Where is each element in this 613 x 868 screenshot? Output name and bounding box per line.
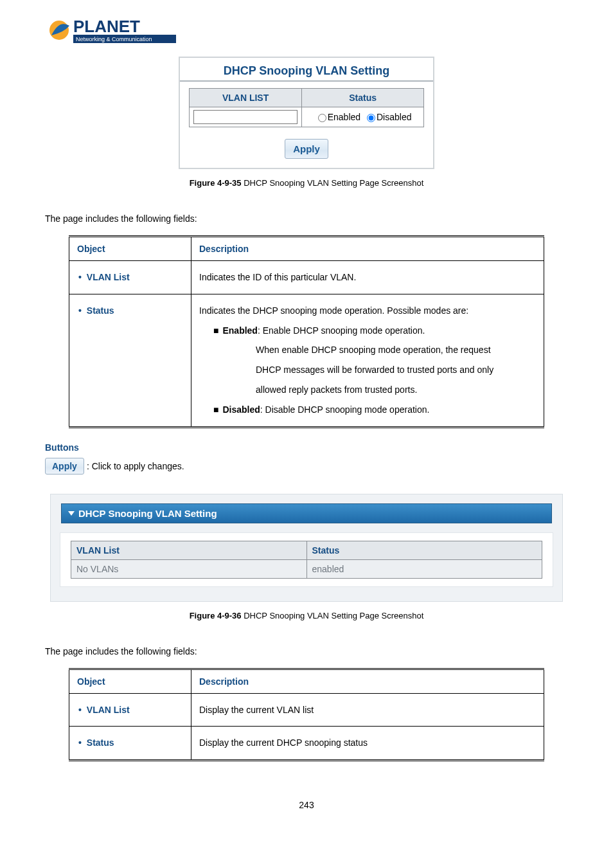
enabled-rest: : Enable DHCP snooping mode operation. xyxy=(258,325,425,336)
panel2-titlebar[interactable]: DHCP Snooping VLAN Setting xyxy=(61,503,552,523)
buttons-heading: Buttons xyxy=(45,442,568,453)
brand-subtext: Networking & Communication xyxy=(76,36,152,42)
apply-desc-text: : Click to apply changes. xyxy=(87,461,184,471)
col2-status: Status xyxy=(306,541,542,559)
desc-vlan-list: Indicates the ID of this particular VLAN… xyxy=(191,261,544,294)
status-enabled-radio[interactable] xyxy=(318,114,326,122)
col-header-vlanlist: VLAN LIST xyxy=(190,89,302,107)
figure-number-2: Figure 4-9-36 xyxy=(190,611,242,620)
object-status: Status xyxy=(87,305,114,316)
dhcp-vlan-setting-panel: DHCP Snooping VLAN Setting VLAN LIST Sta… xyxy=(179,57,434,169)
brand-text: PLANET xyxy=(73,17,140,36)
intro-text-1: The page includes the following fields: xyxy=(45,213,568,224)
col2-vlan: VLAN List xyxy=(71,541,307,559)
panel-title: DHCP Snooping VLAN Setting xyxy=(180,58,433,82)
status-lead-text: Indicates the DHCP snooping mode operati… xyxy=(199,301,536,321)
desc2-header-description: Description xyxy=(191,669,544,693)
figure-caption-text: DHCP Snooping VLAN Setting Page Screensh… xyxy=(242,178,424,188)
object-vlan-list: VLAN List xyxy=(87,272,130,282)
figure-caption-2: Figure 4-9-36 DHCP Snooping VLAN Setting… xyxy=(45,611,568,620)
status-enabled-label: Enabled xyxy=(328,112,360,122)
figure-caption-text-2: DHCP Snooping VLAN Setting Page Screensh… xyxy=(242,611,424,620)
fields-description-table-2: Object Description VLAN List Display the… xyxy=(69,668,544,762)
square-bullet-icon: ■ xyxy=(213,325,218,336)
chevron-down-icon xyxy=(68,511,75,516)
desc2-vlan: Display the current VLAN list xyxy=(191,693,544,727)
col-header-status: Status xyxy=(302,89,424,107)
apply-button-inline[interactable]: Apply xyxy=(45,458,84,475)
object2-status: Status xyxy=(87,737,114,748)
figure-number: Figure 4-9-35 xyxy=(190,178,242,188)
status-enabled-option[interactable]: Enabled xyxy=(314,112,360,122)
status-disabled-option[interactable]: Disabled xyxy=(363,112,411,122)
figure-caption-1: Figure 4-9-35 DHCP Snooping VLAN Setting… xyxy=(45,178,568,188)
enabled-detail-1: When enable DHCP snooping mode operation… xyxy=(256,340,536,360)
vlan-status-table: VLAN List Status No VLANs enabled xyxy=(71,541,542,579)
vlan-list-input[interactable] xyxy=(193,110,298,124)
brand-logo: PLANET Networking & Communication xyxy=(45,13,568,50)
desc-header-object: Object xyxy=(69,237,191,261)
desc-status: Indicates the DHCP snooping mode operati… xyxy=(191,294,544,427)
desc2-header-object: Object xyxy=(69,669,191,693)
page-number: 243 xyxy=(45,800,568,810)
fields-description-table-1: Object Description VLAN List Indicates t… xyxy=(69,235,544,428)
disabled-rest: : Disable DHCP snooping mode operation. xyxy=(260,404,430,415)
object2-vlan: VLAN List xyxy=(87,705,130,715)
panel2-title: DHCP Snooping VLAN Setting xyxy=(78,508,217,519)
cell-status: enabled xyxy=(306,559,542,578)
apply-button[interactable]: Apply xyxy=(285,139,328,159)
status-disabled-radio[interactable] xyxy=(367,114,375,122)
status-disabled-label: Disabled xyxy=(377,112,411,122)
dhcp-vlan-list-panel: DHCP Snooping VLAN Setting VLAN List Sta… xyxy=(50,494,563,602)
disabled-bold: Disabled xyxy=(222,404,260,415)
enabled-detail-3: allowed reply packets from trusted ports… xyxy=(256,380,536,400)
desc-header-description: Description xyxy=(191,237,544,261)
cell-vlan: No VLANs xyxy=(71,559,307,578)
enabled-detail-2: DHCP messages will be forwarded to trust… xyxy=(256,360,536,380)
desc2-status: Display the current DHCP snooping status xyxy=(191,727,544,761)
square-bullet-icon: ■ xyxy=(213,404,218,415)
intro-text-2: The page includes the following fields: xyxy=(45,646,568,656)
enabled-bold: Enabled xyxy=(222,325,257,336)
vlan-setting-table: VLAN LIST Status Enabled Disabled xyxy=(189,88,424,127)
